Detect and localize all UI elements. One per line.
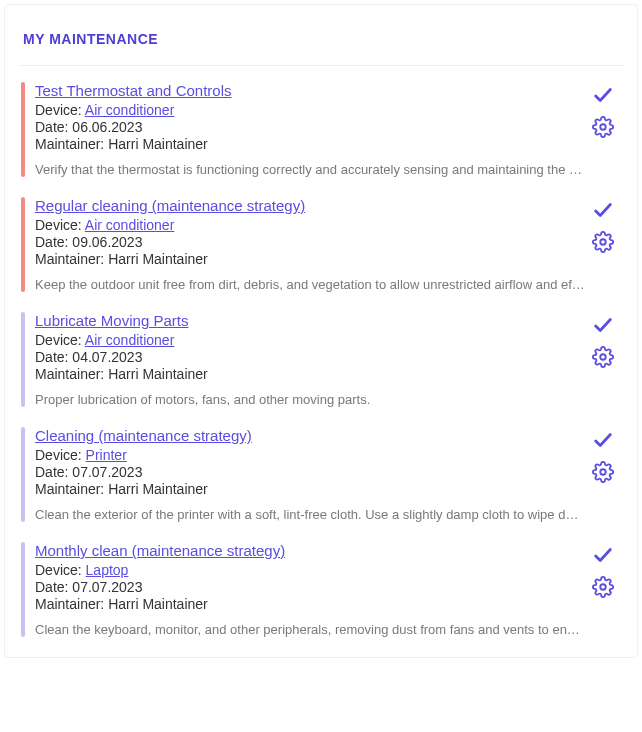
status-stripe <box>21 312 25 407</box>
gear-icon <box>592 346 614 368</box>
date-label: Date: <box>35 579 72 595</box>
description: Clean the keyboard, monitor, and other p… <box>35 622 585 637</box>
maintainer-value: Harri Maintainer <box>108 366 208 382</box>
maintenance-card: Regular cleaning (maintenance strategy)D… <box>19 189 623 300</box>
date-label: Date: <box>35 349 72 365</box>
maintainer-value: Harri Maintainer <box>108 251 208 267</box>
maintainer-row: Maintainer: Harri Maintainer <box>35 366 585 382</box>
settings-button[interactable] <box>592 231 614 253</box>
svg-point-0 <box>600 124 606 130</box>
card-content: Regular cleaning (maintenance strategy)D… <box>35 197 585 292</box>
complete-button[interactable] <box>592 314 614 336</box>
card-content: Test Thermostat and ControlsDevice: Air … <box>35 82 585 177</box>
date-row: Date: 07.07.2023 <box>35 579 585 595</box>
device-link[interactable]: Air conditioner <box>85 217 175 233</box>
settings-button[interactable] <box>592 116 614 138</box>
description: Clean the exterior of the printer with a… <box>35 507 585 522</box>
card-actions <box>585 82 621 177</box>
gear-icon <box>592 461 614 483</box>
device-row: Device: Laptop <box>35 562 585 578</box>
maintainer-label: Maintainer: <box>35 251 108 267</box>
maintenance-title-link[interactable]: Regular cleaning (maintenance strategy) <box>35 197 305 214</box>
svg-point-3 <box>600 469 606 475</box>
complete-button[interactable] <box>592 84 614 106</box>
gear-icon <box>592 231 614 253</box>
device-label: Device: <box>35 217 85 233</box>
maintenance-card: Lubricate Moving PartsDevice: Air condit… <box>19 304 623 415</box>
device-row: Device: Air conditioner <box>35 217 585 233</box>
device-row: Device: Printer <box>35 447 585 463</box>
date-row: Date: 04.07.2023 <box>35 349 585 365</box>
check-icon <box>592 84 614 106</box>
maintenance-title-link[interactable]: Lubricate Moving Parts <box>35 312 188 329</box>
maintainer-label: Maintainer: <box>35 481 108 497</box>
device-row: Device: Air conditioner <box>35 332 585 348</box>
svg-point-1 <box>600 239 606 245</box>
description: Verify that the thermostat is functionin… <box>35 162 585 177</box>
device-link[interactable]: Air conditioner <box>85 102 175 118</box>
date-label: Date: <box>35 119 72 135</box>
date-value: 04.07.2023 <box>72 349 142 365</box>
device-row: Device: Air conditioner <box>35 102 585 118</box>
card-content: Lubricate Moving PartsDevice: Air condit… <box>35 312 585 407</box>
date-value: 06.06.2023 <box>72 119 142 135</box>
date-value: 07.07.2023 <box>72 464 142 480</box>
maintainer-value: Harri Maintainer <box>108 136 208 152</box>
settings-button[interactable] <box>592 576 614 598</box>
maintainer-row: Maintainer: Harri Maintainer <box>35 251 585 267</box>
svg-point-2 <box>600 354 606 360</box>
maintenance-title-link[interactable]: Cleaning (maintenance strategy) <box>35 427 252 444</box>
date-row: Date: 09.06.2023 <box>35 234 585 250</box>
maintenance-title-link[interactable]: Test Thermostat and Controls <box>35 82 231 99</box>
date-value: 07.07.2023 <box>72 579 142 595</box>
check-icon <box>592 544 614 566</box>
device-label: Device: <box>35 447 86 463</box>
description: Proper lubrication of motors, fans, and … <box>35 392 585 407</box>
date-label: Date: <box>35 464 72 480</box>
svg-point-4 <box>600 584 606 590</box>
check-icon <box>592 199 614 221</box>
card-actions <box>585 542 621 637</box>
maintainer-label: Maintainer: <box>35 136 108 152</box>
complete-button[interactable] <box>592 199 614 221</box>
card-actions <box>585 197 621 292</box>
status-stripe <box>21 427 25 522</box>
settings-button[interactable] <box>592 461 614 483</box>
maintenance-panel: MY MAINTENANCE Test Thermostat and Contr… <box>4 4 638 658</box>
check-icon <box>592 429 614 451</box>
maintainer-label: Maintainer: <box>35 596 108 612</box>
status-stripe <box>21 542 25 637</box>
complete-button[interactable] <box>592 544 614 566</box>
status-stripe <box>21 82 25 177</box>
maintainer-row: Maintainer: Harri Maintainer <box>35 596 585 612</box>
settings-button[interactable] <box>592 346 614 368</box>
status-stripe <box>21 197 25 292</box>
date-label: Date: <box>35 234 72 250</box>
device-link[interactable]: Laptop <box>86 562 129 578</box>
card-actions <box>585 427 621 522</box>
maintenance-card: Cleaning (maintenance strategy)Device: P… <box>19 419 623 530</box>
maintainer-row: Maintainer: Harri Maintainer <box>35 136 585 152</box>
maintainer-value: Harri Maintainer <box>108 596 208 612</box>
maintainer-value: Harri Maintainer <box>108 481 208 497</box>
check-icon <box>592 314 614 336</box>
gear-icon <box>592 116 614 138</box>
maintenance-title-link[interactable]: Monthly clean (maintenance strategy) <box>35 542 285 559</box>
device-label: Device: <box>35 562 86 578</box>
device-label: Device: <box>35 332 85 348</box>
date-row: Date: 06.06.2023 <box>35 119 585 135</box>
maintenance-card: Test Thermostat and ControlsDevice: Air … <box>19 74 623 185</box>
description: Keep the outdoor unit free from dirt, de… <box>35 277 585 292</box>
divider <box>19 65 623 66</box>
maintainer-label: Maintainer: <box>35 366 108 382</box>
maintenance-list: Test Thermostat and ControlsDevice: Air … <box>19 74 623 645</box>
card-actions <box>585 312 621 407</box>
device-link[interactable]: Printer <box>86 447 127 463</box>
device-link[interactable]: Air conditioner <box>85 332 175 348</box>
date-row: Date: 07.07.2023 <box>35 464 585 480</box>
complete-button[interactable] <box>592 429 614 451</box>
date-value: 09.06.2023 <box>72 234 142 250</box>
panel-title: MY MAINTENANCE <box>23 31 619 47</box>
card-content: Monthly clean (maintenance strategy)Devi… <box>35 542 585 637</box>
gear-icon <box>592 576 614 598</box>
